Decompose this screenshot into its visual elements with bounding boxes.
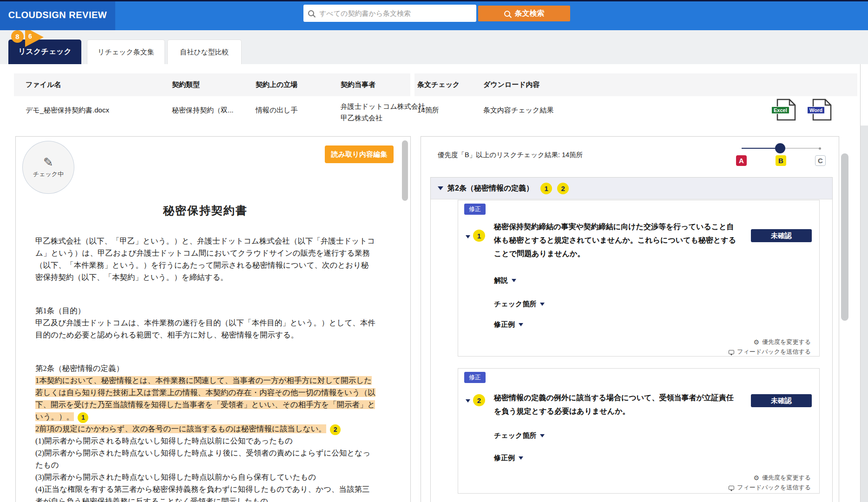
priority-slider-track[interactable] (780, 148, 820, 149)
excel-download-icon[interactable]: Excel (775, 99, 796, 121)
send-feedback-link[interactable]: フィードバックを送信する (729, 483, 811, 492)
col-clause-check: 条文チェック (417, 80, 460, 89)
window-top-edge (0, 0, 868, 1)
unconfirmed-button[interactable]: 未確認 (751, 394, 812, 407)
cell-clause-check: 14箇所 (417, 106, 439, 115)
collapse-icon[interactable] (466, 235, 470, 238)
gear-icon: ⚙ (754, 475, 760, 481)
hint-arrow-label: 6 (28, 33, 32, 40)
col-contract-type: 契約類型 (172, 80, 200, 89)
check-location-toggle[interactable]: チェック箇所 (494, 431, 545, 440)
change-priority-link[interactable]: ⚙ 優先度を変更する (754, 338, 811, 346)
priority-badge-a[interactable]: A (736, 155, 747, 166)
page-background (861, 126, 868, 502)
chevron-down-icon (540, 303, 545, 306)
search-icon (308, 10, 314, 16)
tab-label: リスクチェック (18, 47, 72, 57)
document-scrollbar[interactable] (402, 140, 408, 201)
pencil-icon: ✎ (43, 156, 53, 168)
results-summary: 優先度「B」以上のリスクチェック結果: 14箇所 (438, 151, 583, 159)
link-label: 解説 (494, 276, 508, 285)
section-marker-2[interactable]: 2 (557, 183, 569, 194)
chevron-down-icon (512, 279, 516, 282)
card-marker-1[interactable]: 1 (473, 230, 485, 242)
section-marker-1[interactable]: 1 (540, 183, 552, 194)
priority-slider-thumb[interactable] (775, 143, 785, 153)
article1-heading: 第1条（目的） (35, 305, 375, 317)
article2-item-1: (1)開示者から開示される時点ないし知得した時点以前に公知であったもの (35, 435, 375, 447)
send-feedback-link[interactable]: フィードバックを送信する (729, 348, 811, 356)
col-parties: 契約当事者 (341, 80, 375, 89)
document-panel: ✎ チェック中 読み取り内容編集 秘密保持契約書 甲乙株式会社（以下、「甲乙」と… (15, 136, 411, 502)
risk-results-panel: 優先度「B」以上のリスクチェック結果: 14箇所 A B C 第2条（秘密情報の… (421, 136, 839, 502)
card-marker-2[interactable]: 2 (473, 394, 485, 406)
fix-example-toggle[interactable]: 修正例 (494, 320, 523, 329)
check-status-label: チェック中 (33, 170, 64, 178)
excel-label: Excel (771, 106, 789, 114)
link-label: 修正例 (494, 454, 515, 462)
tab-recheck-clauses[interactable]: リチェック条文集 (87, 40, 165, 64)
link-label: チェック箇所 (494, 300, 536, 309)
article2-clause2: 2前項の規定にかかわらず、次の各号の一に該当するものは秘密情報に該当しない。2 (35, 423, 375, 435)
footer-link-label: 優先度を変更する (762, 474, 811, 482)
app-window: CLOUDSIGN REVIEW 条文検索 リスクチェック リチェック条文集 自… (0, 0, 868, 502)
check-status-badge: ✎ チェック中 (22, 141, 74, 194)
col-download: ダウンロード内容 (483, 80, 540, 89)
article-section: 第2条（秘密情報の定義） 1 2 修正 1 秘密保持契約締結の事実や契約締結に向… (430, 177, 833, 502)
article2-heading: 第2条（秘密情報の定義） (35, 363, 375, 375)
party-2: 甲乙株式会社 (341, 112, 425, 124)
clause-search-button[interactable]: 条文検索 (478, 6, 570, 21)
cell-file-name: デモ_秘密保持契約書.docx (26, 106, 109, 115)
feedback-bubble-icon (729, 350, 734, 354)
edit-ocr-content-button[interactable]: 読み取り内容編集 (325, 145, 394, 163)
article2-item-2: (2)開示者から開示された時点ないし知得した時点より後に、受領者の責めによらずに… (35, 447, 375, 471)
results-scrollbar[interactable] (841, 153, 848, 321)
change-priority-link[interactable]: ⚙ 優先度を変更する (754, 474, 811, 482)
unconfirmed-button[interactable]: 未確認 (751, 229, 812, 242)
priority-badge-c[interactable]: C (815, 155, 826, 166)
col-file-name: ファイル名 (26, 80, 61, 89)
contract-title: 秘密保持契約書 (35, 205, 375, 217)
footer-link-label: フィードバックを送信する (737, 483, 811, 492)
cell-parties: 弁護士ドットコム株式会社 甲乙株式会社 (341, 100, 425, 124)
word-download-icon[interactable]: Word (811, 99, 832, 121)
link-label: 修正例 (494, 320, 515, 329)
tab-label: 自社ひな型比較 (180, 48, 229, 57)
risk-question: 秘密情報の定義の例外に該当する場合について、受領当事者が立証責任を負う規定とする… (494, 391, 740, 418)
contract-preamble: 甲乙株式会社（以下、「甲乙」という。）と、弁護士ドットコム株式会社（以下「弁護士… (35, 235, 375, 284)
chevron-down-icon (540, 434, 545, 437)
article2-item-3: (3)開示者から開示された時点ないし知得した時点以前から自ら保有していたもの (35, 471, 375, 483)
risk-card-1: 修正 1 秘密保持契約締結の事実や契約締結に向けた交渉等を行っていること自体も秘… (458, 200, 820, 357)
priority-slider-endstop (819, 147, 821, 150)
check-location-toggle[interactable]: チェック箇所 (494, 300, 545, 309)
tab-risk-check[interactable]: リスクチェック (8, 40, 81, 64)
collapse-icon[interactable] (466, 399, 470, 403)
explanation-toggle[interactable]: 解説 (494, 276, 516, 285)
footer-link-label: フィードバックを送信する (737, 348, 811, 356)
party-1: 弁護士ドットコム株式会社 (341, 100, 425, 112)
tab-template-compare[interactable]: 自社ひな型比較 (167, 40, 242, 64)
fix-example-toggle[interactable]: 修正例 (494, 454, 523, 462)
feedback-bubble-icon (729, 486, 734, 490)
clause-search-label: 条文検索 (515, 9, 545, 19)
risk-marker-2[interactable]: 2 (330, 424, 341, 435)
priority-badge-b[interactable]: B (776, 155, 786, 166)
tab-label: リチェック条文集 (98, 48, 154, 57)
hint-badge-8[interactable]: 8 (11, 30, 24, 43)
highlighted-clause-2: 2前項の規定にかかわらず、次の各号の一に該当するものは秘密情報に該当しない。 (35, 424, 326, 433)
article1-body: 甲乙及び弁護士ドットコムは、本件業務の遂行を目的（以下「本件目的」という。）とし… (35, 317, 375, 341)
collapse-icon (438, 186, 443, 190)
fix-badge: 修正 (464, 204, 486, 215)
app-logo: CLOUDSIGN REVIEW (0, 0, 115, 30)
priority-slider-track-filled[interactable] (742, 148, 780, 149)
table-header-right (414, 73, 857, 96)
footer-link-label: 優先度を変更する (762, 338, 811, 346)
col-position: 契約上の立場 (256, 80, 297, 89)
article-section-header[interactable]: 第2条（秘密情報の定義） 1 2 (431, 178, 832, 199)
tab-bar: リスクチェック リチェック条文集 自社ひな型比較 8 6 (0, 30, 868, 64)
risk-marker-1[interactable]: 1 (78, 412, 88, 423)
cell-contract-type: 秘密保持契約（双... (172, 106, 234, 115)
search-input[interactable] (318, 9, 472, 18)
article-section-title: 第2条（秘密情報の定義） (447, 184, 533, 193)
article2-item-4: (4)正当な権限を有する第三者から秘密保持義務を負わずに知得したものであり、かつ… (35, 483, 375, 502)
